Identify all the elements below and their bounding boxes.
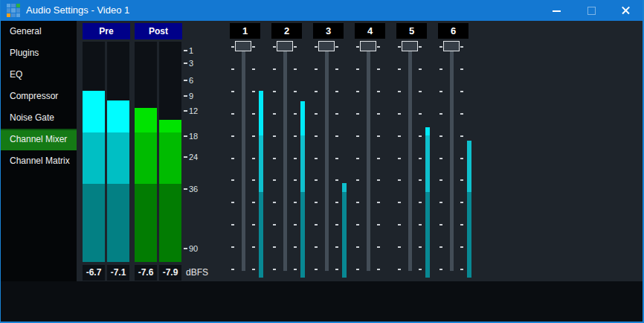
channel-meter-1 xyxy=(259,42,263,278)
fader-tick xyxy=(335,68,338,70)
fader-tick xyxy=(252,68,255,70)
meter-value-readout: -7.9 xyxy=(159,265,181,281)
fader-tick xyxy=(398,135,401,137)
fader-tick xyxy=(315,113,318,115)
fader-tick xyxy=(335,158,338,159)
fader-tick xyxy=(460,135,463,137)
fader-tick xyxy=(252,91,255,92)
fader-tick xyxy=(356,46,359,48)
fader-tick xyxy=(252,46,255,48)
fader-track-3[interactable] xyxy=(325,42,329,271)
fader-tick xyxy=(231,46,234,48)
fader-tick xyxy=(273,135,276,137)
meter-unfilled xyxy=(135,42,157,108)
fader-tick xyxy=(273,179,276,181)
fader-handle-4[interactable] xyxy=(360,41,376,51)
fader-handle-3[interactable] xyxy=(318,41,335,51)
fader-tick xyxy=(356,135,359,137)
fader-tick xyxy=(315,202,318,203)
fader-tick xyxy=(377,179,380,181)
fader-handle-6[interactable] xyxy=(443,41,460,51)
fader-tick xyxy=(335,46,338,48)
fader-tick xyxy=(419,158,422,159)
channel-meter-5 xyxy=(425,42,430,278)
channel-meter-unfilled xyxy=(300,42,305,101)
fader-tick xyxy=(294,68,297,70)
fader-tick xyxy=(439,135,442,137)
fader-tick xyxy=(398,158,401,159)
meter-value-readout: -7.1 xyxy=(107,265,129,281)
fader-tick xyxy=(273,158,276,159)
fader-tick xyxy=(377,91,380,92)
scale-tick xyxy=(184,188,187,190)
fader-tick xyxy=(439,113,442,115)
fader-tick xyxy=(460,46,463,48)
fader-tick xyxy=(377,68,380,70)
fader-tick xyxy=(398,91,401,92)
channel-header-4: 4 xyxy=(355,23,385,39)
fader-tick xyxy=(294,113,297,115)
scale-label: 36 xyxy=(189,185,198,194)
fader-tick xyxy=(460,179,463,181)
fader-tick xyxy=(335,246,338,248)
fader-tick xyxy=(398,179,401,181)
fader-tick xyxy=(273,46,276,48)
fader-track-4[interactable] xyxy=(367,42,370,271)
fader-tick xyxy=(356,179,359,181)
dbfs-unit-label: dBFS xyxy=(186,265,216,281)
channel-header-6: 6 xyxy=(438,23,468,39)
fader-handle-1[interactable] xyxy=(235,41,251,51)
fader-tick xyxy=(231,158,234,159)
channel-mixer-panel: PrePost-6.7-7.1-7.6-7.913691218243690dBF… xyxy=(1,0,643,322)
fader-track-6[interactable] xyxy=(450,42,454,271)
scale-tick xyxy=(184,63,187,64)
audio-settings-window: Audio Settings - Video 1 GeneralPluginsE… xyxy=(0,0,644,323)
fader-tick xyxy=(419,91,422,92)
fader-tick xyxy=(315,246,318,248)
fader-tick xyxy=(377,158,380,159)
channel-meter-6 xyxy=(467,42,471,278)
fader-tick xyxy=(231,68,234,70)
scale-tick xyxy=(184,95,187,97)
meter-unfilled xyxy=(107,42,129,100)
channel-header-2: 2 xyxy=(271,23,302,39)
fader-tick xyxy=(252,113,255,115)
scale-label: 18 xyxy=(189,132,198,141)
scale-label: 12 xyxy=(189,107,198,115)
fader-tick xyxy=(460,246,463,248)
fader-tick xyxy=(335,113,338,115)
scale-label: 24 xyxy=(189,153,198,162)
fader-tick xyxy=(294,202,297,203)
fader-tick xyxy=(439,46,442,48)
fader-tick xyxy=(273,246,276,248)
fader-tick xyxy=(273,224,276,226)
fader-tick xyxy=(231,135,234,137)
fader-tick xyxy=(398,46,401,48)
fader-tick xyxy=(231,179,234,181)
fader-tick xyxy=(419,135,422,137)
fader-tick xyxy=(252,158,255,159)
fader-tick xyxy=(419,68,422,70)
fader-tick xyxy=(439,224,442,226)
footer-bar: Close xyxy=(1,281,643,322)
fader-tick xyxy=(460,91,463,92)
fader-tick xyxy=(294,224,297,226)
fader-tick xyxy=(315,46,318,48)
fader-handle-2[interactable] xyxy=(277,41,293,51)
fader-track-5[interactable] xyxy=(408,42,412,271)
fader-tick xyxy=(252,202,255,203)
fader-handle-5[interactable] xyxy=(402,41,418,51)
fader-tick xyxy=(315,68,318,70)
channel-meter-unfilled xyxy=(467,42,471,141)
fader-tick xyxy=(377,202,380,203)
meter-unfilled xyxy=(159,42,181,120)
fader-tick xyxy=(377,113,380,115)
scale-tick xyxy=(184,135,187,137)
fader-tick xyxy=(273,91,276,92)
fader-tick xyxy=(231,269,234,270)
fader-tick xyxy=(377,269,380,270)
fader-track-1[interactable] xyxy=(242,42,245,271)
fader-track-2[interactable] xyxy=(283,42,287,271)
fader-tick xyxy=(315,179,318,181)
scale-tick xyxy=(184,80,187,81)
